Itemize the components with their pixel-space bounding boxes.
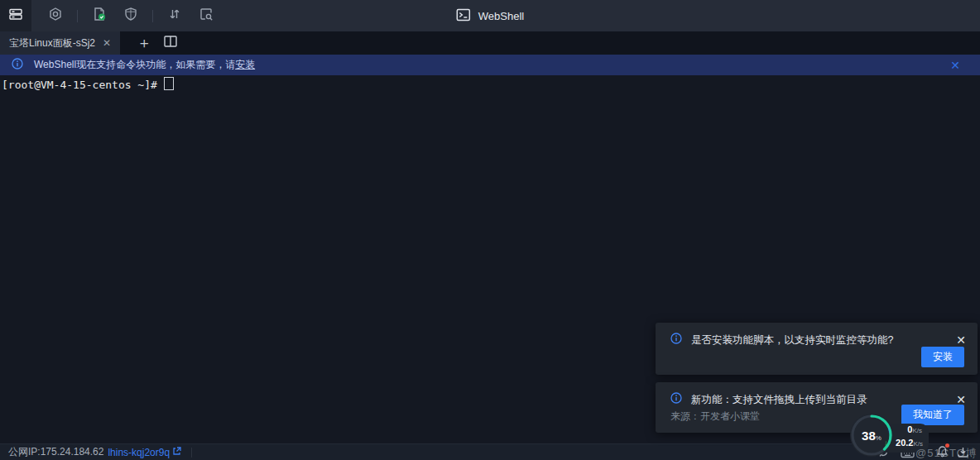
tab-close-icon[interactable]: ✕: [103, 38, 111, 48]
cpu-gauge[interactable]: 38 %: [849, 413, 894, 458]
top-toolbar: WebShell: [0, 0, 980, 31]
public-ip-label: 公网IP:175.24.184.62: [8, 445, 103, 459]
toast-close-icon[interactable]: ✕: [956, 334, 966, 346]
banner-install-link[interactable]: 安装: [235, 59, 255, 70]
notice-banner: WebShell现在支持命令块功能，如果需要，请安装 ✕: [0, 55, 980, 75]
window-title: WebShell: [456, 0, 524, 31]
terminal-cursor: [164, 77, 174, 90]
panels-button[interactable]: [0, 0, 31, 31]
gauge-value: 38: [862, 429, 876, 443]
toast-install-script: 是否安装功能脚本，以支持实时监控等功能? ✕ 安装: [656, 323, 978, 375]
split-view-button[interactable]: [164, 36, 177, 50]
notifications-button[interactable]: [936, 445, 949, 458]
banner-close-icon[interactable]: ✕: [950, 55, 960, 75]
download-icon: [957, 446, 969, 460]
status-bar: 公网IP:175.24.184.62 lhins-kqj2or9q: [0, 443, 980, 460]
info-icon: [670, 392, 682, 407]
tab-label: 宝塔Linux面板-sSj2: [9, 36, 95, 50]
split-view-icon: [164, 36, 177, 50]
download-value: 20.2: [896, 438, 913, 448]
tab-bar: 宝塔Linux面板-sSj2 ✕ ＋: [0, 31, 980, 55]
security-button[interactable]: [115, 0, 147, 31]
new-tab-button[interactable]: ＋: [137, 36, 151, 50]
window-title-text: WebShell: [478, 10, 524, 22]
download-speed: 20.2K/s: [896, 438, 923, 448]
sort-arrows-icon: [167, 7, 182, 25]
terminal-prompt: [root@VM-4-15-centos ~]#: [2, 79, 164, 91]
upload-speed-row: ↑ 0K/s: [887, 424, 922, 434]
info-icon: [12, 58, 23, 72]
download-button[interactable]: [957, 446, 969, 460]
statusbar-divider: [191, 448, 192, 458]
instance-link-text: lhins-kqj2or9q: [108, 447, 170, 458]
toast-header: 新功能：支持文件拖拽上传到当前目录 ✕: [656, 382, 978, 407]
box-search-icon: [199, 7, 214, 25]
panels-icon: [8, 7, 23, 25]
bell-icon: [936, 445, 949, 458]
settings-gear-icon: [48, 7, 63, 25]
download-unit: K/s: [913, 440, 923, 448]
command-block-button[interactable]: [84, 0, 115, 31]
toast-source: 来源：开发者小课堂: [670, 410, 760, 424]
banner-text: WebShell现在支持命令块功能，如果需要，请安装: [34, 58, 255, 72]
info-icon: [670, 333, 682, 347]
toast-new-feature: 新功能：支持文件拖拽上传到当前目录 ✕ 来源：开发者小课堂 我知道了: [656, 382, 978, 433]
upload-unit: K/s: [912, 427, 922, 434]
instance-link[interactable]: lhins-kqj2or9q: [108, 447, 181, 458]
toast-close-icon[interactable]: ✕: [956, 394, 966, 405]
toolbar-divider: [152, 10, 153, 22]
upload-arrow-icon: ↑: [887, 425, 891, 434]
file-check-icon: [92, 7, 107, 25]
got-it-button[interactable]: 我知道了: [901, 405, 964, 425]
notification-dot: [945, 443, 949, 448]
upload-speed: 0K/s: [907, 424, 922, 434]
gauge-unit: %: [876, 434, 882, 442]
log-search-button[interactable]: [190, 0, 222, 31]
settings-button[interactable]: [40, 0, 71, 31]
traffic-button[interactable]: [159, 0, 190, 31]
toast-header: 是否安装功能脚本，以支持实时监控等功能? ✕: [656, 323, 978, 347]
gauge-label: 38 %: [849, 413, 894, 458]
tab-baota-panel[interactable]: 宝塔Linux面板-sSj2 ✕: [0, 31, 120, 55]
download-arrow-icon: ↓: [884, 438, 888, 448]
banner-text-body: WebShell现在支持命令块功能，如果需要，请: [34, 59, 235, 70]
toast-message: 是否安装功能脚本，以支持实时监控等功能?: [691, 333, 947, 347]
external-link-icon: [172, 447, 181, 458]
download-speed-row: ↓ 20.2K/s: [884, 438, 923, 448]
shield-icon: [123, 7, 138, 25]
install-button[interactable]: 安装: [921, 347, 964, 367]
toolbar-divider: [77, 10, 78, 22]
terminal-icon: [456, 7, 471, 25]
